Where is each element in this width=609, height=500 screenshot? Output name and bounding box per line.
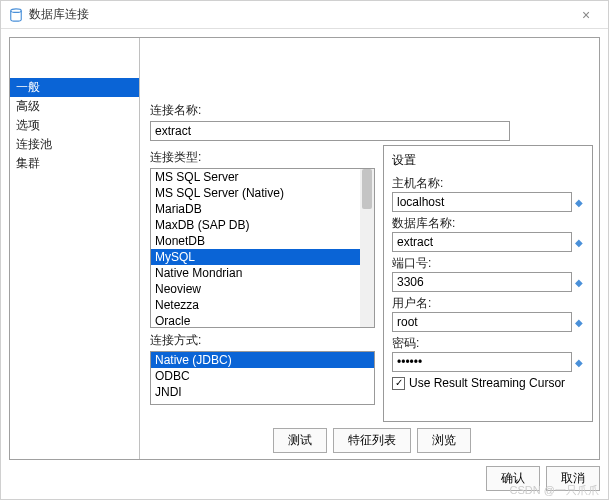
list-item[interactable]: MySQL: [151, 249, 374, 265]
titlebar: 数据库连接 ×: [1, 1, 608, 29]
checkbox-icon[interactable]: ✓: [392, 377, 405, 390]
titlebar-title: 数据库连接: [29, 6, 572, 23]
cursor-checkbox-row[interactable]: ✓ Use Result Streaming Cursor: [392, 376, 584, 390]
conn-method-listbox[interactable]: Native (JDBC) ODBC JNDI: [150, 351, 375, 405]
list-item[interactable]: Native Mondrian: [151, 265, 374, 281]
user-label: 用户名:: [392, 295, 584, 312]
left-column: 连接类型: MS SQL Server MS SQL Server (Nativ…: [150, 145, 375, 422]
scrollbar-thumb[interactable]: [362, 169, 372, 209]
sidebar-item-general[interactable]: 一般: [10, 78, 139, 97]
var-icon[interactable]: ◆: [574, 197, 584, 208]
center-panel: 连接名称: 连接类型: MS SQL Server MS SQL Server …: [140, 38, 599, 459]
var-icon[interactable]: ◆: [574, 277, 584, 288]
svg-point-0: [11, 8, 22, 12]
dbname-label: 数据库名称:: [392, 215, 584, 232]
host-input[interactable]: [392, 192, 572, 212]
var-icon[interactable]: ◆: [574, 237, 584, 248]
var-icon[interactable]: ◆: [574, 317, 584, 328]
list-item[interactable]: JNDI: [151, 384, 374, 400]
sidebar: 一般 高级 选项 连接池 集群: [10, 38, 140, 459]
list-item[interactable]: Netezza: [151, 297, 374, 313]
list-item[interactable]: MS SQL Server: [151, 169, 374, 185]
conn-type-label: 连接类型:: [150, 149, 375, 166]
settings-title: 设置: [392, 152, 584, 169]
main-area: 一般 高级 选项 连接池 集群 连接名称: 连接类型: MS SQL Serve…: [9, 37, 600, 460]
list-item[interactable]: MonetDB: [151, 233, 374, 249]
list-item[interactable]: Neoview: [151, 281, 374, 297]
user-input[interactable]: [392, 312, 572, 332]
close-icon[interactable]: ×: [572, 7, 600, 23]
client-area: 一般 高级 选项 连接池 集群 连接名称: 连接类型: MS SQL Serve…: [1, 29, 608, 499]
scrollbar[interactable]: [360, 169, 374, 327]
var-icon[interactable]: ◆: [574, 357, 584, 368]
db-icon: [9, 8, 23, 22]
sidebar-item-cluster[interactable]: 集群: [10, 154, 139, 173]
browse-button[interactable]: 浏览: [417, 428, 471, 453]
list-item[interactable]: Oracle: [151, 313, 374, 328]
sidebar-item-pool[interactable]: 连接池: [10, 135, 139, 154]
conn-method-label: 连接方式:: [150, 332, 375, 349]
watermark: CSDN @一只爪爪: [510, 483, 599, 498]
conn-name-input[interactable]: [150, 121, 510, 141]
middle-button-row: 测试 特征列表 浏览: [150, 422, 593, 453]
sidebar-item-advanced[interactable]: 高级: [10, 97, 139, 116]
features-button[interactable]: 特征列表: [333, 428, 411, 453]
conn-type-listbox[interactable]: MS SQL Server MS SQL Server (Native) Mar…: [150, 168, 375, 328]
cursor-label: Use Result Streaming Cursor: [409, 376, 565, 390]
list-item[interactable]: ODBC: [151, 368, 374, 384]
host-label: 主机名称:: [392, 175, 584, 192]
right-column: 设置 主机名称: ◆ 数据库名称:: [383, 145, 593, 422]
list-item[interactable]: Native (JDBC): [151, 352, 374, 368]
pass-input[interactable]: [392, 352, 572, 372]
dialog-window: 数据库连接 × 一般 高级 选项 连接池 集群 连接名称: 连接类型: MS S…: [0, 0, 609, 500]
port-label: 端口号:: [392, 255, 584, 272]
list-item[interactable]: MaxDB (SAP DB): [151, 217, 374, 233]
settings-panel: 设置 主机名称: ◆ 数据库名称:: [383, 145, 593, 422]
sidebar-item-options[interactable]: 选项: [10, 116, 139, 135]
test-button[interactable]: 测试: [273, 428, 327, 453]
conn-name-label: 连接名称:: [150, 102, 593, 119]
pass-label: 密码:: [392, 335, 584, 352]
port-input[interactable]: [392, 272, 572, 292]
dbname-input[interactable]: [392, 232, 572, 252]
list-item[interactable]: MS SQL Server (Native): [151, 185, 374, 201]
list-item[interactable]: MariaDB: [151, 201, 374, 217]
